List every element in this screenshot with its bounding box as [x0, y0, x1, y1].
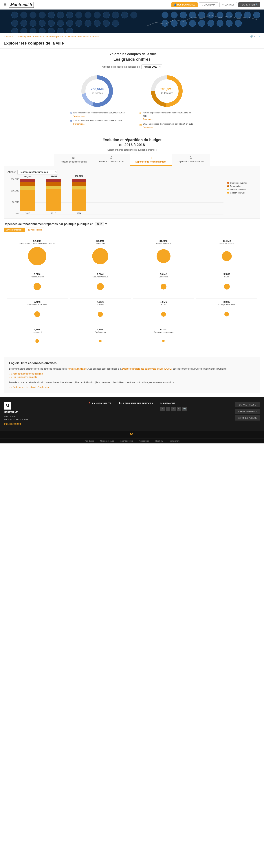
info-paragraph-2: Le code source de cette visualisation in… — [9, 380, 255, 384]
tab-recettes-invest[interactable]: 🏛 Recettes d'investissement — [93, 154, 130, 166]
linkedin-icon[interactable]: in — [259, 35, 260, 38]
svg-point-44 — [253, 12, 260, 18]
svg-point-52 — [226, 20, 232, 27]
bubble-item-education: 39,4M€ Education — [70, 238, 131, 269]
breadcrumb-item-3[interactable]: 3. Finances et marchés publics — [33, 35, 63, 38]
bar-2018: 188,9M€ 2018 — [72, 175, 86, 215]
footer-bottom: Plan du site | Mentions légales | Marché… — [0, 438, 264, 443]
svg-point-30 — [39, 28, 46, 33]
svg-point-5 — [48, 12, 55, 18]
bubble-tab-detaillee[interactable]: ⊞ vue détaillée — [26, 227, 45, 232]
footer-logo: M — [4, 402, 40, 409]
svg-point-24 — [94, 20, 100, 27]
svg-point-12 — [112, 12, 119, 18]
svg-point-48 — [189, 20, 196, 27]
footer-plan-du-site[interactable]: Plan du site — [85, 440, 94, 442]
svg-point-22 — [76, 20, 82, 27]
depenses-details: ⊞ 76% en dépenses de fonctionnement soit… — [139, 111, 194, 129]
tab-recettes-fonct[interactable]: ⊞ Recettes de fonctionnement — [54, 154, 93, 166]
evolution-section: Évolution et répartition du budget de 20… — [4, 138, 260, 219]
linkedin-footer-icon[interactable]: in — [177, 407, 181, 411]
svg-point-23 — [85, 20, 91, 27]
twitter-footer-icon[interactable]: t — [166, 407, 170, 411]
svg-point-17 — [30, 20, 36, 27]
hero-svg — [0, 9, 264, 33]
depenses-donut-svg: 251,8M€ de dépenses — [148, 73, 185, 110]
svg-point-26 — [112, 20, 119, 27]
bubble-item-jeunesse: 5,6M€ Jeunesse — [133, 271, 194, 297]
svg-point-19 — [48, 20, 55, 27]
envelope-icon: ✉ — [222, 3, 224, 6]
svg-point-2 — [21, 12, 27, 18]
bubble-item-aides-commerces: 0,7M€ Aides aux commerces — [133, 326, 194, 350]
evolution-tabs: ⊞ Recettes de fonctionnement 🏛 Recettes … — [4, 154, 260, 166]
footer-mentions-legales[interactable]: Mentions légales — [100, 440, 114, 442]
facebook-footer-icon[interactable]: f — [160, 407, 165, 411]
youtube-footer-icon[interactable]: ▶ — [171, 407, 176, 411]
svg-point-31 — [48, 28, 55, 33]
breadcrumb-item-1[interactable]: 1. Accueil — [4, 35, 13, 38]
svg-point-16 — [21, 20, 27, 27]
page-title: Explorer les comptes de la ville — [0, 40, 264, 49]
breadcrumb-item-2[interactable]: 2. Vie citoyenne — [15, 35, 31, 38]
regroupe-link-1[interactable]: Regroupe... — [143, 118, 153, 120]
svg-point-3 — [30, 12, 36, 18]
offres-emploi-button[interactable]: OFFRES D'EMPLOI — [235, 409, 260, 414]
footer-phone[interactable]: ✆ 01 48 70 60 00 — [4, 423, 40, 425]
year-select[interactable]: l'année 2018 l'année 2017 l'année 2016 — [141, 64, 162, 69]
bubble-item-empty — [196, 326, 258, 350]
share-icon[interactable]: 🔗 — [250, 35, 253, 38]
bar-chart-filter-select[interactable]: Dépenses de fonctionnement Recettes de f… — [18, 170, 58, 175]
open-data-button[interactable]: □ OPEN DATA — [199, 2, 218, 7]
regroupe-link-2[interactable]: Regroupe... — [143, 126, 153, 128]
footer-marches-publics-link[interactable]: Marchés publics — [120, 440, 133, 442]
svg-point-20 — [57, 20, 64, 27]
instagram-footer-icon[interactable]: 📷 — [182, 407, 187, 411]
svg-point-36 — [180, 12, 187, 18]
info-link-acces[interactable]: ↓ ↓ Accéder aux données d'origine — [9, 373, 255, 375]
provient-de-link-2[interactable]: Provient de... — [73, 123, 85, 125]
svg-point-49 — [198, 20, 205, 27]
marches-publics-button[interactable]: MARCHÉS PUBLICS — [235, 415, 260, 421]
section-title: Explorer les comptes de la ville — [4, 52, 260, 56]
footer-m-logo: M — [130, 433, 133, 436]
facebook-icon[interactable]: f — [254, 35, 255, 38]
building-icon: 🏛 — [118, 402, 121, 405]
footer-col-mairie-title: 🏛 LA MAIRIE ET SES SERVICES — [118, 402, 153, 405]
bubble-tab-ensemble[interactable]: ⊞ vue d'ensemble — [4, 227, 25, 232]
svg-point-45 — [162, 20, 168, 27]
bar-2017-label: 189,4M€ — [50, 175, 57, 177]
mes-demarches-button[interactable]: 👤 MES DÉMARCHES — [171, 2, 198, 7]
bar-2018-year: 2018 — [77, 212, 82, 215]
search-button[interactable]: RECHERCHER 🔍 — [238, 2, 260, 7]
tab-depenses-fonct[interactable]: ⊞ Dépenses de fonctionnement — [130, 154, 172, 166]
year-selector-row: Afficher les recettes et dépenses de l'a… — [4, 64, 260, 69]
recettes-invest-icon: ▦ — [70, 119, 72, 123]
recettes-details: ⊞ 83% en recettes de fonctionnement soit… — [70, 111, 125, 126]
bubble-item-perequation: 0,8M€ Péréquation — [70, 326, 131, 350]
bars-area: 187,1M€ 2016 189,4M€ — [20, 178, 224, 215]
svg-point-9 — [85, 12, 91, 18]
footer-accessibilite[interactable]: Accessibilité — [139, 440, 149, 442]
recettes-donut: 253,5M€ de recettes ⊞ 83% en recettes de… — [70, 73, 125, 127]
tab-depenses-invest[interactable]: 🏛 Dépenses d'investissement — [172, 154, 210, 166]
svg-point-10 — [94, 12, 100, 18]
provient-de-link-1[interactable]: Provient de... — [73, 115, 85, 117]
espace-presse-button[interactable]: ESPACE PRESSE — [235, 402, 260, 407]
footer-site-name: Montreuil.fr — [4, 410, 40, 413]
footer-recrutement[interactable]: Recrutement — [169, 440, 179, 442]
bubble-item-charge-dette: 3,8M€ Charge de la dette — [196, 299, 258, 324]
dgcl-link[interactable]: Direction générale des collectivités loc… — [122, 368, 172, 370]
info-title: Logiciel libre et données ouvertes — [9, 362, 255, 365]
bubble-item-interventions: 5,4M€ Interventions sociales — [7, 299, 68, 324]
contact-button[interactable]: ✉ CONTACT — [219, 2, 237, 7]
info-link-code[interactable]: ↓ ↓ Code source de cet outil d'explorati… — [9, 386, 255, 389]
menu-icon[interactable]: ☰ — [4, 3, 7, 7]
breadcrumb-item-4[interactable]: 4. Recettes et dépenses open data — [65, 35, 99, 38]
footer-address: Hôtel de Ville 93105 MONTREUIL Cedex — [4, 415, 40, 421]
box-icon: □ — [202, 4, 203, 6]
compte-administratif-link[interactable]: compte administratif — [67, 368, 87, 370]
info-link-rapports[interactable]: ↓ ↓ Lire les rapports annuels — [9, 376, 255, 378]
twitter-icon[interactable]: t — [257, 35, 257, 38]
footer-flux-rss[interactable]: Flux RSS — [155, 440, 163, 442]
